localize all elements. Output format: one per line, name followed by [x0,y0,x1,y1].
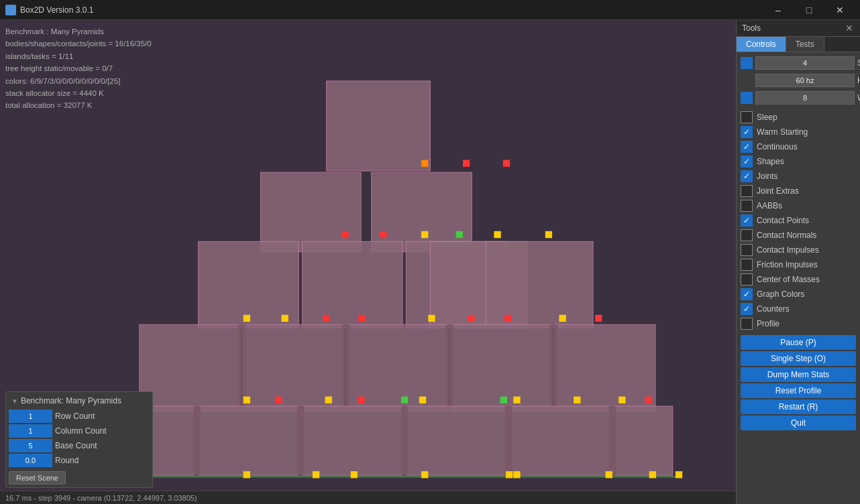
tab-controls[interactable]: Controls [737,37,786,52]
hertz-label: Hertz [857,76,860,85]
friction-impulses-row[interactable]: Friction Impulses [737,257,860,272]
joints-checkbox[interactable]: ✓ [741,170,753,182]
dot-g-4 [421,471,428,478]
base-count-input[interactable] [9,439,52,452]
dot-r3-6 [545,231,552,238]
hertz-row: Hertz [737,72,860,88]
dump-mem-stats-button[interactable]: Dump Mem Stats [741,367,856,382]
joint-extras-checkbox[interactable] [741,185,753,197]
app-icon [5,5,16,15]
reset-profile-button[interactable]: Reset Profile [741,383,856,398]
dot-1 [421,160,428,167]
main-area: Benchmark : Many Pyramids bodies/shapes/… [0,20,860,504]
contact-normals-row[interactable]: Contact Normals [737,228,860,243]
continuous-label: Continuous [757,142,798,151]
dot-r3-2 [380,231,386,238]
aabbs-label: AABBs [757,201,782,210]
base-count-label: Base Count [55,441,97,450]
tools-title-bar: Tools ✕ [737,20,860,37]
continuous-row[interactable]: ✓ Continuous [737,139,860,154]
dot-r5-10 [574,397,580,403]
substeps-label: Sub-steps [857,58,860,68]
contact-points-checkbox[interactable]: ✓ [741,214,753,227]
profile-checkbox[interactable] [741,318,753,330]
window-close-button[interactable]: ✕ [825,0,855,20]
row-count-row: Row Count [9,410,150,423]
col-r5-2 [297,406,304,475]
quit-button[interactable]: Quit [741,416,856,430]
continuous-checkbox[interactable]: ✓ [741,141,753,153]
box-row2-right [372,172,472,252]
maximize-button[interactable]: □ [794,0,824,20]
contact-impulses-checkbox[interactable] [741,244,753,256]
shapes-checkbox[interactable]: ✓ [741,155,753,168]
contact-normals-checkbox[interactable] [741,229,753,241]
workers-input[interactable] [755,91,855,105]
shapes-label: Shapes [757,157,784,166]
substeps-checkbox[interactable] [741,57,753,69]
center-of-masses-label: Center of Masses [757,275,820,284]
column-count-input[interactable] [9,424,52,438]
profile-row[interactable]: Profile [737,316,860,331]
counters-row[interactable]: ✓ Counters [737,302,860,316]
warm-starting-row[interactable]: ✓ Warm Starting [737,125,860,139]
aabbs-checkbox[interactable] [741,200,753,212]
single-step-button[interactable]: Single Step (O) [741,351,856,366]
contact-impulses-row[interactable]: Contact Impulses [737,243,860,257]
box-r5-4 [406,406,506,475]
column-count-row: Column Count [9,424,150,438]
status-text: 16.7 ms - step 3949 - camera (0.13722, 2… [5,494,197,502]
round-row: Round [9,454,150,467]
center-of-masses-checkbox[interactable] [741,273,753,286]
dot-r4-7 [504,315,511,322]
reset-scene-button[interactable]: Reset Scene [9,471,66,485]
substeps-row: Sub-steps [737,55,860,71]
aabbs-row[interactable]: AABBs [737,198,860,213]
left-panel-title: Benchmark: Many Pyramids [21,396,121,405]
sleep-label: Sleep [757,113,777,122]
friction-impulses-checkbox[interactable] [741,259,753,271]
dot-r5-4 [325,397,331,403]
dot-r4-9 [595,315,602,322]
warm-starting-checkbox[interactable]: ✓ [741,126,753,138]
box-r4-5 [555,324,655,411]
base-count-row: Base Count [9,439,150,452]
left-panel-header[interactable]: ▼ Benchmark: Many Pyramids [9,395,150,407]
center-of-masses-row[interactable]: Center of Masses [737,272,860,287]
hertz-input[interactable] [755,74,855,87]
pause-button[interactable]: Pause (P) [741,335,856,350]
dot-3 [503,160,510,167]
tools-title-text: Tools [742,23,761,33]
sleep-checkbox[interactable] [741,111,753,123]
tools-close-button[interactable]: ✕ [844,23,855,34]
tab-tests[interactable]: Tests [786,37,824,52]
joint-extras-row[interactable]: Joint Extras [737,184,860,198]
graph-colors-checkbox[interactable]: ✓ [741,288,753,300]
round-input[interactable] [9,454,52,467]
dot-r5-7 [419,397,426,403]
box-row3-right [486,241,593,328]
dot-r3-1 [341,231,348,238]
workers-label: Workers [857,93,860,103]
minimize-button[interactable]: – [763,0,793,20]
dot-g-7 [606,471,612,478]
dot-g-2 [313,471,319,478]
dot-r5-5 [358,397,364,403]
dot-r3-5 [494,231,500,238]
sleep-row[interactable]: Sleep [737,110,860,125]
substeps-input[interactable] [755,56,855,70]
row-count-input[interactable] [9,410,52,423]
dot-g-1 [244,471,250,478]
col-4 [549,324,557,411]
shapes-row[interactable]: ✓ Shapes [737,154,860,169]
workers-checkbox[interactable] [741,92,753,104]
contact-points-row[interactable]: ✓ Contact Points [737,213,860,228]
col-r5-1 [193,406,200,475]
dot-r5-8 [500,397,507,403]
graph-colors-row[interactable]: ✓ Graph Colors [737,287,860,302]
counters-checkbox[interactable]: ✓ [741,303,753,315]
joints-row[interactable]: ✓ Joints [737,169,860,184]
dot-r4-4 [358,315,365,322]
restart-button[interactable]: Restart (R) [741,399,856,414]
col-r5-5 [609,406,616,475]
